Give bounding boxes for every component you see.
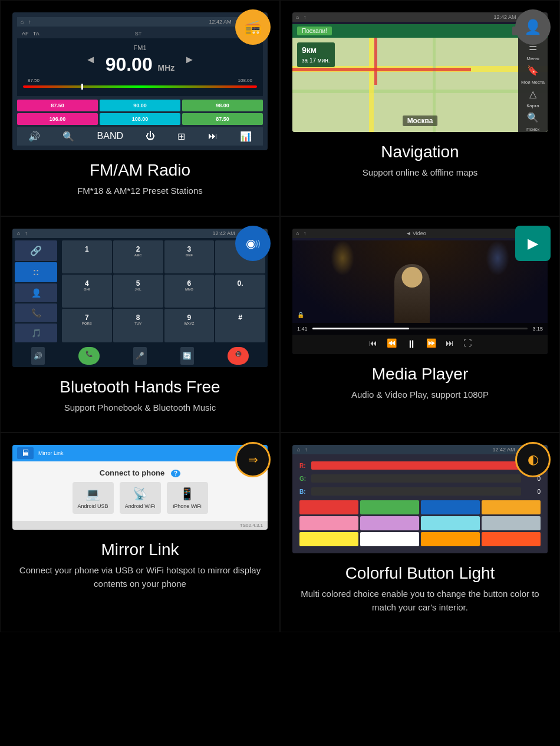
media-prev-btn[interactable]: ⏮: [369, 338, 377, 351]
mirror-subtitle: Connect your phone via USB or WiFi hotsp…: [12, 564, 268, 590]
media-skipback-btn[interactable]: ⏪: [387, 338, 397, 351]
swatch-yellow[interactable]: [299, 532, 358, 546]
nav-title: Navigation: [381, 143, 459, 161]
mirror-screenshot: 🖥 Mirror Link Connect to phone ? 💻 Andro…: [12, 445, 268, 530]
radio-screenshot: ⌂ ↑ 12:42 AM ✦ ☀ ▭ AF TA ST PTY 🎵 ◄ FM1: [12, 12, 268, 150]
mirror-content: Connect to phone ? 💻 Android USB 📡 Andro…: [12, 461, 268, 521]
colorlight-top-bar: ⌂ ↑ 12:42 AM ✦ ☀ ▭: [292, 445, 548, 454]
bluetooth-cell: ◉ )) ⌂ ↑ 12:42 AM ✦ ☀ ▭ 🔗 :: 👤 📞 🎵 1 2: [0, 216, 280, 433]
media-time-total: 3:15: [532, 326, 543, 332]
swatch-white[interactable]: [360, 532, 419, 546]
bt-dialpad: 🔗 :: 👤 📞 🎵 1 2ABC 3DEF ✱ 4GHI 5JKL 6MNO …: [12, 238, 268, 345]
swatch-pink[interactable]: [299, 516, 358, 530]
media-playback-buttons: ⏮ ⏪ ⏸ ⏩ ⏭ ⛶: [292, 335, 548, 354]
nav-screenshot: ⌂ ↑ 12:42 AM ✦ ☀ ▭ Поехали! Отмена: [292, 12, 548, 132]
swatch-blue[interactable]: [421, 500, 480, 514]
nav-map: Москва 9км за 17 мин. ☰ Меню 🔖 Мои места…: [292, 38, 548, 132]
blue-value: 0: [526, 488, 541, 495]
mirror-iphone-wifi-label: iPhone WiFi: [173, 503, 202, 509]
radio-scale: [23, 85, 257, 88]
bt-top-bar: ⌂ ↑ 12:42 AM ✦ ☀ ▭: [12, 229, 268, 238]
radio-badge-icon: 📻: [235, 9, 271, 45]
media-subtitle: Audio & Video Play, support 1080P: [351, 388, 489, 402]
feature-grid: 📻 ⌂ ↑ 12:42 AM ✦ ☀ ▭ AF TA ST PTY 🎵 ◄: [0, 0, 560, 632]
color-swatches: [299, 500, 541, 546]
mirror-android-wifi-label: Android WiFi: [125, 503, 156, 509]
radio-freq: 90.00 MHz: [106, 54, 175, 75]
blue-slider-row: B: 0: [299, 487, 541, 496]
media-skipfwd-btn[interactable]: ⏩: [426, 338, 436, 351]
bt-screenshot: ⌂ ↑ 12:42 AM ✦ ☀ ▭ 🔗 :: 👤 📞 🎵 1 2ABC 3DE…: [12, 229, 268, 367]
mirror-top-bar: 🖥 Mirror Link: [12, 445, 268, 461]
nav-start[interactable]: Поехали!: [297, 27, 332, 35]
radio-band: FM1: [106, 44, 175, 51]
radio-cell: 📻 ⌂ ↑ 12:42 AM ✦ ☀ ▭ AF TA ST PTY 🎵 ◄: [0, 0, 280, 216]
nav-top-bar: ⌂ ↑ 12:42 AM ✦ ☀ ▭: [292, 12, 548, 22]
media-controls-bar: 1:41 3:15: [292, 323, 548, 335]
radio-title: FM/AM Radio: [90, 161, 190, 180]
mirror-iphone-wifi[interactable]: 📱 iPhone WiFi: [167, 482, 208, 514]
bt-title: Bluetooth Hands Free: [60, 378, 220, 397]
mirror-android-usb-label: Android USB: [77, 503, 108, 509]
colorlight-cell: ◐ ⌂ ↑ 12:42 AM ✦ ☀ ▭ R: 255 G:: [280, 433, 560, 632]
swatch-deep-orange[interactable]: [482, 532, 541, 546]
media-screenshot: ⌂ ↑ ◄ Video SW ▭ 🔒: [292, 229, 548, 354]
swatch-orange[interactable]: [482, 500, 541, 514]
green-slider-row: G: 0: [299, 474, 541, 483]
media-top-bar: ⌂ ↑ ◄ Video SW ▭: [292, 229, 548, 238]
media-badge-icon: ▶: [515, 226, 551, 261]
colorlight-controls: R: 255 G: 0 B:: [292, 454, 548, 553]
colorlight-subtitle: Multi colored choice enable you to chang…: [292, 587, 548, 614]
media-cell: ▶ ⌂ ↑ ◄ Video SW ▭: [280, 216, 560, 433]
mirror-android-usb[interactable]: 💻 Android USB: [73, 482, 114, 514]
nav-subtitle: Support online & offline maps: [363, 166, 478, 180]
media-title: Media Player: [372, 365, 468, 384]
swatch-cyan[interactable]: [421, 516, 480, 530]
media-play-btn[interactable]: ⏸: [406, 338, 417, 351]
colorlight-badge-icon: ◐: [515, 442, 551, 477]
colorlight-title: Colorful Button Light: [345, 564, 495, 583]
nav-badge-icon: 👤: [515, 9, 551, 45]
media-next-btn[interactable]: ⏭: [446, 338, 454, 351]
colorlight-screenshot: ⌂ ↑ 12:42 AM ✦ ☀ ▭ R: 255 G:: [292, 445, 548, 553]
bt-badge-icon: ◉ )): [235, 226, 271, 261]
mirror-version: TS02.4.3.1: [12, 521, 268, 530]
mirror-badge-icon: ⇒: [235, 442, 271, 477]
swatch-red[interactable]: [299, 500, 358, 514]
bt-action-bar: 🔊 📞 🎤 🔄 📵: [12, 345, 268, 367]
radio-top-bar: ⌂ ↑ 12:42 AM ✦ ☀ ▭: [17, 17, 263, 27]
mirror-cell: ⇒ 🖥 Mirror Link Connect to phone ? 💻 And…: [0, 433, 280, 632]
radio-controls: 🔊🔍BAND⏻⊞⏭📊: [17, 127, 263, 146]
mirror-title: Mirror Link: [101, 540, 179, 559]
swatch-silver[interactable]: [482, 516, 541, 530]
media-time-current: 1:41: [297, 326, 308, 332]
radio-presets: 87.50 90.00 98.00 106.00 108.00 87.50: [17, 100, 263, 125]
mirror-options: 💻 Android USB 📡 Android WiFi 📱 iPhone Wi…: [73, 482, 208, 514]
swatch-green[interactable]: [360, 500, 419, 514]
red-slider-row: R: 255: [299, 461, 541, 470]
mirror-android-wifi[interactable]: 📡 Android WiFi: [120, 482, 161, 514]
swatch-purple[interactable]: [360, 516, 419, 530]
swatch-amber[interactable]: [421, 532, 480, 546]
media-video: 🔒: [292, 240, 548, 323]
radio-subtitle: FM*18 & AM*12 Preset Stations: [77, 184, 203, 198]
bt-subtitle: Support Phonebook & Bluetooth Music: [64, 401, 216, 415]
nav-sidebar: ☰ Меню 🔖 Мои места △ Карта 🔍 Поиск: [518, 38, 548, 132]
nav-cell: 👤 ⌂ ↑ 12:42 AM ✦ ☀ ▭ Поехали! Отмена: [280, 0, 560, 216]
media-fullscreen-btn[interactable]: ⛶: [463, 338, 472, 351]
mirror-connect-title: Connect to phone ?: [100, 468, 180, 477]
